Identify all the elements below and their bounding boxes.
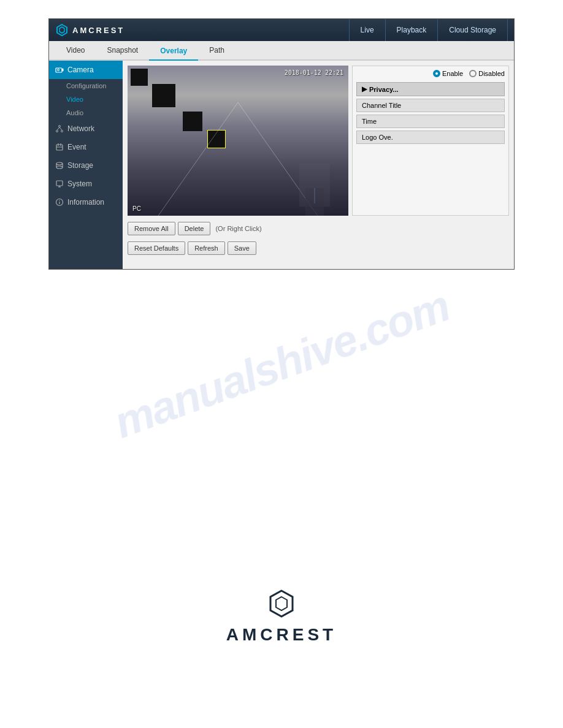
bottom-amcrest-icon bbox=[266, 588, 297, 619]
page-wrapper: manualshive.com AMCREST Live Playback Cl… bbox=[0, 0, 563, 645]
nav-cloud-storage[interactable]: Cloud Storage bbox=[438, 19, 508, 41]
storage-icon bbox=[55, 161, 64, 170]
svg-rect-18 bbox=[56, 181, 63, 186]
svg-marker-30 bbox=[276, 597, 287, 610]
tab-bar: Video Snapshot Overlay Path bbox=[49, 41, 514, 61]
sidebar-item-network[interactable]: Network bbox=[49, 119, 123, 138]
sidebar-information-label: Information bbox=[67, 198, 104, 207]
chevron-right-icon: ▶ bbox=[362, 85, 367, 93]
sidebar-event-label: Event bbox=[67, 143, 86, 151]
svg-point-17 bbox=[56, 166, 63, 169]
sidebar-item-system[interactable]: System bbox=[49, 175, 123, 193]
svg-point-4 bbox=[58, 69, 59, 71]
sidebar-network-label: Network bbox=[67, 124, 94, 133]
remove-all-button[interactable]: Remove All bbox=[128, 222, 175, 235]
channel-title-row[interactable]: Channel Title bbox=[356, 99, 505, 112]
tab-video[interactable]: Video bbox=[55, 40, 96, 60]
bottom-logo-text: AMCREST bbox=[226, 625, 337, 645]
channel-title-label: Channel Title bbox=[362, 102, 401, 109]
first-action-row: Remove All Delete (Or Right Click) bbox=[128, 222, 509, 235]
right-click-hint: (Or Right Click) bbox=[213, 225, 264, 232]
svg-point-7 bbox=[61, 131, 63, 132]
network-icon bbox=[55, 124, 64, 133]
enable-disable-group: Enable Disabled bbox=[433, 70, 505, 77]
video-area[interactable]: 2018-01-12 22:21 PC bbox=[128, 66, 348, 216]
tab-snapshot[interactable]: Snapshot bbox=[96, 40, 149, 60]
sidebar-item-storage[interactable]: Storage bbox=[49, 156, 123, 175]
disabled-radio-btn[interactable] bbox=[469, 70, 477, 77]
time-row[interactable]: Time bbox=[356, 115, 505, 128]
sidebar-camera-label: Camera bbox=[67, 66, 94, 74]
video-channel-label: PC bbox=[132, 205, 141, 212]
logo-overlay-row[interactable]: Logo Ove. bbox=[356, 131, 505, 144]
svg-line-24 bbox=[158, 102, 238, 216]
privacy-section-header[interactable]: ▶ Privacy... bbox=[356, 82, 505, 96]
sidebar-sub-video[interactable]: Video bbox=[49, 93, 123, 106]
svg-point-6 bbox=[56, 131, 58, 132]
privacy-section-label: Privacy... bbox=[369, 86, 399, 93]
delete-button[interactable]: Delete bbox=[178, 222, 211, 235]
bottom-buttons-row: Reset Defaults Refresh Save bbox=[128, 239, 509, 257]
refresh-button[interactable]: Refresh bbox=[188, 241, 225, 255]
overlay-settings-panel: Enable Disabled ▶ Privacy... bbox=[352, 66, 509, 216]
video-timestamp: 2018-01-12 22:21 bbox=[285, 69, 343, 76]
svg-marker-1 bbox=[59, 27, 64, 33]
sidebar-sub-configuration[interactable]: Configuration bbox=[49, 79, 123, 93]
logo-text: AMCREST bbox=[72, 26, 124, 35]
sidebar-item-camera[interactable]: Camera bbox=[49, 61, 123, 79]
system-icon bbox=[55, 180, 64, 188]
bottom-logo-area: AMCREST bbox=[226, 588, 337, 645]
svg-point-14 bbox=[56, 162, 63, 165]
svg-point-23 bbox=[59, 200, 59, 200]
enable-radio-label[interactable]: Enable bbox=[433, 70, 463, 77]
amcrest-logo-icon bbox=[55, 23, 69, 37]
svg-marker-29 bbox=[270, 591, 293, 616]
scene-lines bbox=[128, 66, 348, 216]
sidebar-system-label: System bbox=[67, 180, 92, 188]
tab-path[interactable]: Path bbox=[198, 40, 236, 60]
info-icon bbox=[55, 198, 64, 207]
sidebar-storage-label: Storage bbox=[67, 161, 93, 170]
tab-overlay[interactable]: Overlay bbox=[149, 41, 198, 61]
svg-line-9 bbox=[59, 127, 62, 131]
svg-marker-0 bbox=[57, 25, 67, 36]
top-nav: AMCREST Live Playback Cloud Storage bbox=[49, 19, 514, 41]
watermark: manualshive.com bbox=[107, 280, 456, 447]
event-icon bbox=[55, 143, 64, 151]
nav-links: Live Playback Cloud Storage bbox=[349, 19, 508, 41]
enable-radio-btn[interactable] bbox=[433, 70, 440, 77]
sidebar: Camera Configuration Video Audio bbox=[49, 61, 123, 269]
time-label: Time bbox=[362, 118, 377, 125]
logo-area: AMCREST bbox=[55, 23, 124, 37]
disabled-radio-label[interactable]: Disabled bbox=[469, 70, 505, 77]
sidebar-sub-audio[interactable]: Audio bbox=[49, 106, 123, 119]
reset-defaults-button[interactable]: Reset Defaults bbox=[128, 241, 185, 255]
logo-overlay-label: Logo Ove. bbox=[362, 134, 393, 141]
svg-point-5 bbox=[59, 126, 61, 127]
sidebar-item-information[interactable]: Information bbox=[49, 193, 123, 211]
app-container: AMCREST Live Playback Cloud Storage Vide… bbox=[48, 18, 515, 270]
content-panel: 2018-01-12 22:21 PC Enable Di bbox=[123, 61, 514, 269]
svg-marker-3 bbox=[62, 69, 63, 71]
video-overlay-row: 2018-01-12 22:21 PC Enable Di bbox=[128, 66, 509, 216]
nav-playback[interactable]: Playback bbox=[386, 19, 439, 41]
sidebar-item-event[interactable]: Event bbox=[49, 138, 123, 156]
main-content: Camera Configuration Video Audio bbox=[49, 61, 514, 269]
camera-icon bbox=[55, 66, 64, 74]
save-button[interactable]: Save bbox=[228, 241, 256, 255]
svg-line-8 bbox=[57, 127, 59, 131]
nav-live[interactable]: Live bbox=[349, 19, 386, 41]
